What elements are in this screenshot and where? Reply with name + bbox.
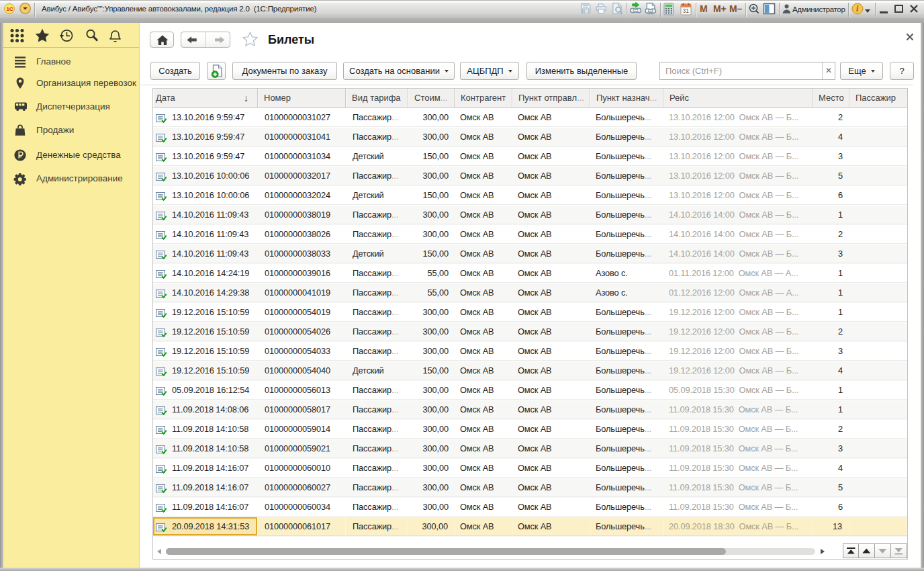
svg-text:31: 31: [683, 7, 690, 14]
svg-text:1С: 1С: [6, 6, 13, 12]
